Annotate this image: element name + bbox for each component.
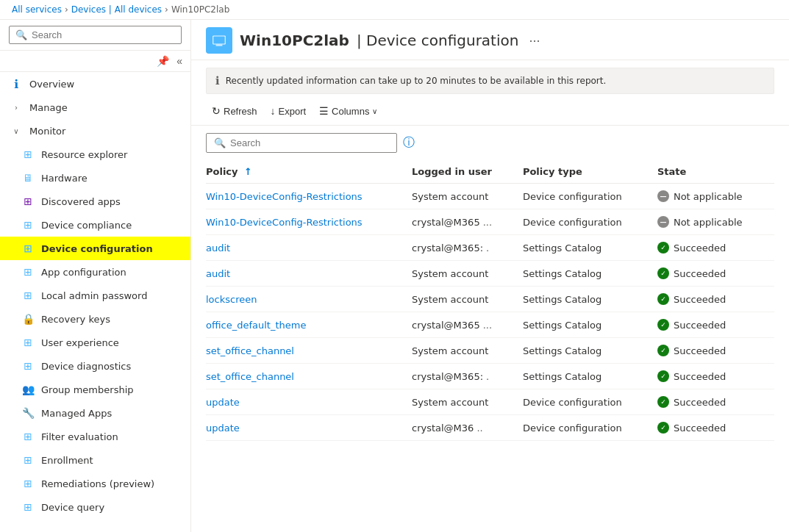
col-header-state[interactable]: State <box>657 160 774 184</box>
policy-link[interactable]: office_default_theme <box>206 320 306 331</box>
export-icon: ↓ <box>271 105 276 117</box>
policy-link[interactable]: audit <box>206 242 230 254</box>
sidebar-item-device-query[interactable]: ⊞ Device query <box>0 495 190 519</box>
succeeded-status-icon: ✓ <box>657 396 669 408</box>
sidebar-item-label: App configuration <box>41 267 126 278</box>
enrollment-icon: ⊞ <box>21 454 35 466</box>
device-compliance-icon: ⊞ <box>21 219 35 231</box>
sidebar-item-user-experience[interactable]: ⊞ User experience <box>0 331 190 354</box>
state-label: Not applicable <box>674 191 743 202</box>
policy-type-cell: Device configuration <box>523 209 657 235</box>
breadcrumb-sep-2: › <box>165 4 168 15</box>
svg-rect-1 <box>216 45 223 46</box>
svg-rect-2 <box>213 37 224 44</box>
app-configuration-icon: ⊞ <box>21 266 35 278</box>
not-applicable-status-icon: — <box>657 216 669 228</box>
search-info-icon[interactable]: ⓘ <box>403 135 415 151</box>
device-diagnostics-icon: ⊞ <box>21 360 35 372</box>
export-label: Export <box>279 106 307 117</box>
succeeded-status-icon: ✓ <box>657 242 669 254</box>
policy-link[interactable]: Win10-DeviceConfig-Restrictions <box>206 191 363 202</box>
table-row: lockscreenSystem accountSettings Catalog… <box>206 287 774 312</box>
sidebar-item-device-configuration[interactable]: ⊞ Device configuration <box>0 237 190 260</box>
overview-icon: ℹ <box>9 77 24 91</box>
table-search-input[interactable] <box>230 137 389 148</box>
sidebar-item-group-membership[interactable]: 👥 Group membership <box>0 378 190 401</box>
logged-in-user-cell: crystal@M365:. <box>412 364 523 389</box>
sidebar-item-label: Remediations (preview) <box>41 478 154 489</box>
succeeded-status-icon: ✓ <box>657 319 669 331</box>
policy-link[interactable]: audit <box>206 268 230 279</box>
filter-evaluation-icon: ⊞ <box>21 431 35 442</box>
logged-in-user-cell: crystal@M365:. <box>412 235 523 261</box>
sidebar-item-app-configuration[interactable]: ⊞ App configuration <box>0 260 190 284</box>
col-header-policy[interactable]: Policy ↑ <box>206 160 412 184</box>
col-header-logged-in-user[interactable]: Logged in user <box>412 160 523 184</box>
sidebar-item-filter-evaluation[interactable]: ⊞ Filter evaluation <box>0 425 190 448</box>
table-search-icon: 🔍 <box>214 137 226 148</box>
sidebar-item-discovered-apps[interactable]: ⊞ Discovered apps <box>0 190 190 213</box>
breadcrumb-devices[interactable]: Devices | All devices <box>71 4 162 15</box>
table-row: updateSystem accountDevice configuration… <box>206 389 774 415</box>
columns-label: Columns <box>332 106 369 117</box>
table-row: set_office_channelSystem accountSettings… <box>206 338 774 364</box>
policy-link[interactable]: set_office_channel <box>206 345 294 356</box>
policy-link[interactable]: update <box>206 397 240 408</box>
policy-type-cell: Settings Catalog <box>523 338 657 364</box>
logged-in-user-cell: crystal@M365... <box>412 312 523 338</box>
policy-link[interactable]: lockscreen <box>206 294 257 305</box>
sidebar-item-remediations[interactable]: ⊞ Remediations (preview) <box>0 472 190 495</box>
policy-link[interactable]: Win10-DeviceConfig-Restrictions <box>206 217 363 228</box>
state-cell: —Not applicable <box>657 209 774 235</box>
sidebar-item-overview[interactable]: ℹ Overview <box>0 72 190 96</box>
state-cell: ✓Succeeded <box>657 415 774 441</box>
sidebar-item-label: Resource explorer <box>41 149 127 160</box>
state-label: Succeeded <box>674 242 726 254</box>
succeeded-status-icon: ✓ <box>657 370 669 382</box>
sidebar-item-label: Enrollment <box>41 455 93 466</box>
policy-type-cell: Settings Catalog <box>523 235 657 261</box>
policy-link[interactable]: set_office_channel <box>206 371 294 382</box>
sidebar-item-device-diagnostics[interactable]: ⊞ Device diagnostics <box>0 354 190 378</box>
sidebar-item-managed-apps[interactable]: 🔧 Managed Apps <box>0 401 190 425</box>
policy-type-cell: Device configuration <box>523 389 657 415</box>
logged-in-user-cell: crystal@M365... <box>412 209 523 235</box>
sidebar-item-label: Discovered apps <box>41 196 121 207</box>
sidebar-item-enrollment[interactable]: ⊞ Enrollment <box>0 448 190 472</box>
breadcrumb-current: Win10PC2lab <box>171 4 229 15</box>
state-label: Succeeded <box>674 345 726 356</box>
breadcrumb-all-services[interactable]: All services <box>12 4 62 15</box>
columns-button[interactable]: ☰ Columns ∨ <box>313 101 383 121</box>
sidebar-item-device-compliance[interactable]: ⊞ Device compliance <box>0 213 190 237</box>
sidebar-item-monitor[interactable]: ∨ Monitor <box>0 119 190 143</box>
sidebar-search-container: 🔍 <box>9 26 182 44</box>
recovery-keys-icon: 🔒 <box>21 313 35 325</box>
sidebar-item-manage[interactable]: › Manage <box>0 96 190 119</box>
discovered-apps-icon: ⊞ <box>21 195 35 207</box>
policy-type-cell: Device configuration <box>523 415 657 441</box>
policy-link[interactable]: update <box>206 423 240 434</box>
sidebar-pin-button[interactable]: 📌 <box>154 53 171 69</box>
sidebar-item-label: Local admin password <box>41 290 147 301</box>
sidebar-item-hardware[interactable]: 🖥 Hardware <box>0 166 190 190</box>
state-label: Succeeded <box>674 397 726 408</box>
page-subtitle: | Device configuration <box>357 32 519 49</box>
state-label: Not applicable <box>674 217 743 228</box>
sidebar-item-resource-explorer[interactable]: ⊞ Resource explorer <box>0 143 190 166</box>
sidebar-item-label: Hardware <box>41 173 88 184</box>
refresh-button[interactable]: ↻ Refresh <box>206 101 263 121</box>
sidebar-collapse-button[interactable]: « <box>174 53 185 69</box>
sidebar-item-local-admin-password[interactable]: ⊞ Local admin password <box>0 284 190 307</box>
state-label: Succeeded <box>674 294 726 305</box>
device-query-icon: ⊞ <box>21 501 35 513</box>
hardware-icon: 🖥 <box>21 172 35 184</box>
col-header-policy-type[interactable]: Policy type <box>523 160 657 184</box>
sidebar-item-recovery-keys[interactable]: 🔒 Recovery keys <box>0 307 190 331</box>
export-button[interactable]: ↓ Export <box>265 101 313 121</box>
sidebar-search-input[interactable] <box>32 29 175 40</box>
policy-type-cell: Device configuration <box>523 184 657 209</box>
refresh-label: Refresh <box>224 106 257 117</box>
more-options-button[interactable]: ··· <box>529 33 540 48</box>
resource-explorer-icon: ⊞ <box>21 148 35 160</box>
state-label: Succeeded <box>674 423 726 434</box>
